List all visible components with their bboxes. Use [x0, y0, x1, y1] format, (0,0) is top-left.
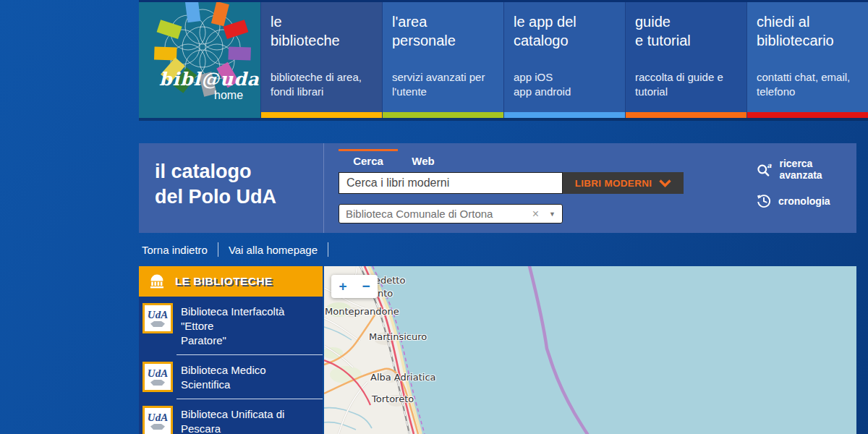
nav-subtitle: app iOSapp android	[514, 70, 621, 99]
map-label-alba-adriatica: Alba Adriatica	[370, 372, 436, 383]
clear-filter-icon[interactable]: ×	[532, 208, 539, 221]
chevron-down-icon	[659, 179, 671, 187]
breadcrumb-links: Torna indietro Vai alla homepage	[142, 242, 328, 257]
library-item-interfacolta[interactable]: UdA Biblioteca Interfacoltà "EttoreParat…	[139, 297, 323, 354]
search-utilities: a ricerca avanzata cronologia	[756, 158, 856, 209]
select-caret-icon[interactable]: ▼	[549, 210, 556, 218]
nav-tile-area-personale[interactable]: l'areapersonale servizi avanzati perl'ut…	[382, 2, 503, 118]
nav-tile-app-catalogo[interactable]: le app delcatalogo app iOSapp android	[503, 2, 625, 118]
map-artwork	[324, 266, 856, 434]
library-item-label: Biblioteca Unificata diPescara	[181, 406, 284, 434]
nav-subtitle: contatti chat, email,telefono	[757, 70, 864, 99]
library-filter-value: Biblioteca Comunale di Ortona	[346, 208, 532, 220]
nav-title: lebiblioteche	[271, 12, 373, 50]
uda-logo-icon: UdA	[142, 362, 173, 392]
back-link[interactable]: Torna indietro	[142, 244, 208, 256]
band-divider	[323, 143, 324, 233]
nav-title: chiedi albibliotecario	[757, 12, 859, 50]
library-item-label: Biblioteca Interfacoltà "EttoreParatore"	[181, 303, 317, 348]
nav-title: l'areapersonale	[392, 12, 494, 50]
search-tabs: Cerca Web	[339, 149, 448, 167]
library-item-unificata-pescara[interactable]: UdA Biblioteca Unificata diPescara	[139, 399, 323, 434]
map[interactable]: edetto onto Monteprandone Martinsicuro A…	[324, 266, 856, 434]
history-link[interactable]: cronologia	[756, 193, 856, 209]
map-label-tortoreto: Tortoreto	[372, 393, 414, 404]
library-building-icon	[148, 274, 166, 289]
brand-wordmark: bibl@uda	[159, 69, 260, 90]
tab-web[interactable]: Web	[398, 149, 448, 167]
link-divider	[328, 242, 328, 257]
uda-logo-icon: UdA	[142, 406, 173, 434]
scope-dropdown-button[interactable]: LIBRI MODERNI	[563, 172, 684, 194]
library-item-label: Biblioteca MedicoScientifica	[181, 362, 266, 392]
nav-subtitle: servizi avanzati perl'utente	[392, 70, 500, 99]
nav-subtitle: raccolta di guide etutorial	[635, 70, 743, 99]
catalog-search-band: il catalogodel Polo UdA Cerca Web LIBRI …	[139, 143, 856, 233]
catalog-title: il catalogodel Polo UdA	[155, 159, 276, 210]
nav-tile-chiedi-bibliotecario[interactable]: chiedi albibliotecario contatti chat, em…	[746, 2, 868, 118]
tab-cerca[interactable]: Cerca	[339, 149, 398, 167]
map-label-sanbenedetto-1: edetto	[375, 275, 405, 286]
libraries-sidebar: LE BIBLIOTECHE UdA Biblioteca Interfacol…	[139, 266, 323, 434]
top-nav-header: bibl@uda home lebiblioteche biblioteche …	[139, 0, 868, 118]
library-item-medico-scientifica[interactable]: UdA Biblioteca MedicoScientifica	[139, 355, 323, 399]
sidebar-header-le-biblioteche[interactable]: LE BIBLIOTECHE	[139, 266, 323, 297]
nav-accent-bar	[747, 112, 868, 118]
zoom-in-button[interactable]: +	[331, 275, 354, 298]
nav-tile-biblioteche[interactable]: lebiblioteche biblioteche di area,fondi …	[260, 2, 382, 118]
map-label-martinsicuro: Martinsicuro	[369, 331, 427, 342]
nav-accent-bar	[383, 112, 503, 118]
nav-accent-bar	[261, 112, 382, 118]
history-clock-icon	[756, 193, 772, 209]
library-filter-select[interactable]: Biblioteca Comunale di Ortona × ▼	[339, 204, 563, 224]
logo-home-tile[interactable]: bibl@uda home	[139, 2, 260, 118]
nav-tile-guide-tutorial[interactable]: guidee tutorial raccolta di guide etutor…	[625, 2, 746, 118]
page: bibl@uda home lebiblioteche biblioteche …	[0, 0, 868, 434]
uda-logo-icon: UdA	[142, 303, 173, 333]
advanced-search-icon: a	[756, 161, 773, 177]
map-label-monteprandone: Monteprandone	[325, 306, 399, 317]
nav-accent-bar	[504, 112, 625, 118]
search-input[interactable]	[339, 172, 563, 194]
nav-subtitle: biblioteche di area,fondi librari	[271, 70, 378, 99]
nav-title: guidee tutorial	[635, 12, 737, 50]
brand-home-label: home	[214, 89, 243, 102]
nav-title: le app delcatalogo	[514, 12, 616, 50]
zoom-out-button[interactable]: −	[354, 275, 378, 298]
link-divider	[218, 242, 218, 257]
nav-accent-bar	[626, 112, 746, 118]
homepage-link[interactable]: Vai alla homepage	[229, 244, 318, 256]
advanced-search-link[interactable]: a ricerca avanzata	[756, 158, 856, 181]
bibliouda-logo-icon	[139, 2, 260, 120]
svg-text:a: a	[767, 161, 772, 169]
map-zoom-control: + −	[331, 275, 378, 298]
sidebar-header-label: LE BIBLIOTECHE	[175, 275, 273, 288]
